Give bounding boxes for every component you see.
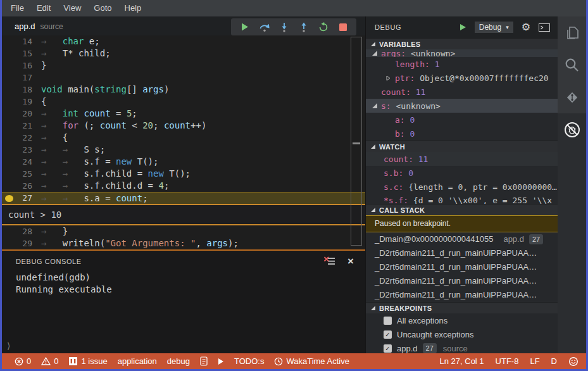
section-header-variables[interactable]: VARIABLES — [366, 38, 558, 49]
callstack-frame-1[interactable]: _D2rt6dmain211_d_run_mainUiPPaPUAA… — [366, 246, 558, 260]
close-console-icon[interactable]: × — [347, 257, 354, 266]
gutter-breakpoint-area[interactable] — [2, 47, 16, 60]
code-line-19[interactable]: 19{ — [2, 96, 365, 108]
continue-button[interactable] — [239, 22, 250, 32]
gutter-breakpoint-area[interactable] — [2, 72, 16, 84]
activity-item-files[interactable] — [558, 16, 586, 49]
statusbar-item-right-0[interactable]: Ln 27, Col 1 — [439, 356, 484, 366]
section-header-breakpoints[interactable]: BREAKPOINTS — [366, 302, 558, 313]
console-input-prompt[interactable]: ⟩ — [7, 341, 10, 351]
code-line-25[interactable]: 25→ → s.f.child = new T(); — [2, 168, 365, 180]
callstack-frame-3[interactable]: _D2rt6dmain211_d_run_mainUiPPaPUAA… — [366, 274, 558, 288]
callstack-frame-0[interactable]: _Dmain@0x0000000000441055app.d27 — [366, 232, 558, 246]
breakpoint-row-2[interactable]: ✓app.d27source — [366, 341, 558, 353]
gutter-breakpoint-area[interactable] — [2, 60, 16, 72]
breakpoint-condition-widget[interactable]: count > 10 — [2, 204, 365, 225]
code-line-15[interactable]: 15→ T* child; — [2, 47, 365, 60]
code-line-24[interactable]: 24→ → s.f = new T(); — [2, 156, 365, 168]
section-header-watch[interactable]: WATCH — [366, 141, 558, 152]
gutter-breakpoint-area[interactable] — [2, 192, 16, 204]
variable-row-s[interactable]: s: <unknown> — [366, 99, 558, 113]
stop-button[interactable] — [337, 22, 348, 32]
gutter-breakpoint-area[interactable] — [2, 132, 16, 144]
variable-row-args[interactable]: args: <unknown> — [366, 49, 558, 57]
activity-item-search[interactable] — [558, 49, 586, 81]
code-line-26[interactable]: 26→ → s.f.child.d = 4; — [2, 180, 365, 192]
code-line-22[interactable]: 22→ { — [2, 132, 365, 144]
code-line-23[interactable]: 23→ → S s; — [2, 144, 365, 156]
code-line-21[interactable]: 21→ for (; count < 20; count++) — [2, 120, 365, 132]
watch-row-sf[interactable]: *s.f: {d = 0 '\\x00', e = 255 '\\x — [366, 194, 558, 204]
code-line-14[interactable]: 14→ char e; — [2, 35, 365, 47]
gutter-breakpoint-area[interactable] — [2, 237, 16, 249]
gutter-breakpoint-area[interactable] — [2, 225, 16, 237]
code-line-20[interactable]: 20→ int count = 5; — [2, 108, 365, 120]
code-line-29[interactable]: 29→ writeln("Got Arguments: ", args); — [2, 237, 365, 249]
statusbar-item-left-4[interactable]: debug — [167, 356, 190, 366]
twistie-open-icon[interactable] — [372, 103, 381, 108]
statusbar-item-left-6[interactable] — [218, 358, 224, 365]
checkbox[interactable]: ✓ — [384, 344, 392, 353]
code-line-28[interactable]: 28→ } — [2, 225, 365, 237]
restart-button[interactable] — [318, 22, 328, 32]
variable-row-a[interactable]: a: 0 — [366, 113, 558, 127]
twistie-open-icon[interactable] — [372, 51, 381, 56]
statusbar-item-left-5[interactable] — [200, 356, 208, 366]
step-over-button[interactable] — [259, 22, 270, 32]
gutter-breakpoint-area[interactable] — [2, 96, 16, 108]
code-line-27[interactable]: 27→ → s.a = count; — [2, 192, 365, 204]
gutter-breakpoint-area[interactable] — [2, 35, 16, 47]
statusbar-item-left-2[interactable]: 1 issue — [68, 356, 107, 366]
menu-item-goto[interactable]: Goto — [87, 0, 118, 16]
statusbar-item-right-1[interactable]: UTF-8 — [496, 356, 519, 366]
breakpoint-dot[interactable] — [5, 195, 13, 202]
menu-item-edit[interactable]: Edit — [30, 0, 57, 16]
statusbar-item-left-8[interactable]: WakaTime Active — [274, 356, 349, 366]
watch-row-count[interactable]: count: 11 — [366, 152, 558, 166]
twistie-closed-icon[interactable] — [386, 75, 395, 81]
statusbar-item-left-7[interactable]: TODO:s — [234, 356, 264, 366]
callstack-frame-4[interactable]: _D2rt6dmain211_d_run_mainUiPPaPUAA… — [366, 288, 558, 302]
section-header-callstack[interactable]: CALL STACK — [366, 204, 558, 215]
callstack-frame-2[interactable]: _D2rt6dmain211_d_run_mainUiPPaPUAA… — [366, 260, 558, 274]
watch-row-sc[interactable]: s.c: {length = 0, ptr = 0x00000000… — [366, 180, 558, 194]
checkbox[interactable]: ✓ — [384, 330, 392, 339]
activity-item-debug[interactable] — [558, 113, 586, 146]
menu-item-view[interactable]: View — [57, 0, 87, 16]
editor-scrollbar[interactable] — [351, 37, 362, 246]
step-into-button[interactable] — [278, 22, 289, 32]
statusbar-item-right-3[interactable]: D — [551, 356, 557, 366]
console-toggle-icon[interactable] — [539, 23, 550, 32]
menu-item-help[interactable]: Help — [118, 0, 148, 16]
gutter-breakpoint-area[interactable] — [2, 120, 16, 132]
variable-row-length[interactable]: length: 1 — [366, 57, 558, 71]
gutter-breakpoint-area[interactable] — [2, 180, 16, 192]
code-line-18[interactable]: 18void main(string[] args) — [2, 84, 365, 96]
gutter-breakpoint-area[interactable] — [2, 84, 16, 96]
checkbox[interactable] — [384, 317, 392, 325]
menu-item-file[interactable]: File — [4, 0, 30, 16]
statusbar-item-left-0[interactable]: 0 — [15, 356, 31, 366]
code-editor[interactable]: 14→ char e;15→ T* child;16}1718void main… — [2, 35, 365, 249]
statusbar-item-right-4[interactable] — [568, 356, 579, 367]
step-out-button[interactable] — [298, 22, 309, 32]
tab-app-d[interactable]: app.d source — [2, 22, 63, 31]
variable-row-ptr[interactable]: ptr: Object@*0x00007fffffffec20 — [366, 71, 558, 85]
statusbar-item-left-3[interactable]: application — [118, 356, 157, 366]
gutter-breakpoint-area[interactable] — [2, 156, 16, 168]
statusbar-item-left-1[interactable]: 0 — [41, 356, 58, 366]
breakpoint-row-0[interactable]: All exceptions — [366, 313, 558, 327]
clear-console-icon[interactable] — [323, 256, 336, 267]
code-line-17[interactable]: 17 — [2, 72, 365, 84]
gutter-breakpoint-area[interactable] — [2, 168, 16, 180]
statusbar-item-right-2[interactable]: LF — [530, 356, 539, 366]
watch-row-sb[interactable]: s.b: 0 — [366, 166, 558, 180]
variable-row-count[interactable]: count: 11 — [366, 85, 558, 99]
start-debug-icon[interactable] — [459, 23, 466, 31]
debug-config-dropdown[interactable]: Debug ▾ — [475, 22, 513, 33]
breakpoint-row-1[interactable]: ✓Uncaught exceptions — [366, 327, 558, 341]
gear-icon[interactable]: ⚙ — [522, 22, 530, 32]
variable-row-b[interactable]: b: 0 — [366, 127, 558, 141]
code-line-16[interactable]: 16} — [2, 60, 365, 72]
activity-item-git[interactable] — [558, 81, 586, 113]
